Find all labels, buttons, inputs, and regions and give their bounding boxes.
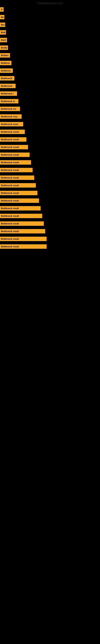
list-item: Bottl <box>0 38 100 43</box>
list-item: Bottleneck result <box>0 168 100 173</box>
list-item: Bottleneck result <box>0 129 100 134</box>
list-item: Bottleneck <box>0 76 100 81</box>
list-item: Bottleneck result <box>0 137 100 142</box>
bottleneck-label: Bottleneck result <box>0 229 45 234</box>
list-item: Bottle <box>0 45 100 50</box>
bottleneck-label: Bottleneck <box>0 84 16 88</box>
bottleneck-label: Bottle <box>0 46 8 50</box>
bottleneck-label: Bottleneck result <box>0 206 41 210</box>
bottleneck-label: Bottl <box>0 38 7 42</box>
bottleneck-label: Bottleneck result <box>0 145 28 149</box>
bottleneck-label: Bottleneck res <box>0 107 20 111</box>
bottleneck-label: Bottleneck <box>0 76 14 80</box>
bottleneck-label: Bottleneck re <box>0 99 18 104</box>
list-item: Bottleneck result <box>0 144 100 150</box>
list-item: Bottleneck resul <box>0 122 100 127</box>
list-item: Bottleneck r <box>0 91 100 96</box>
list-item: Bottleneck result <box>0 213 100 218</box>
list-item: Bottleneck res <box>0 106 100 112</box>
list-item: Bottleneck result <box>0 221 100 226</box>
bottleneck-label: Bottlen <box>0 53 10 58</box>
bottleneck-label: Bottleneck result <box>0 198 39 203</box>
bottleneck-label: B <box>0 7 3 12</box>
list-item: Bottlen <box>0 53 100 58</box>
site-title: TheBottlenecker.com <box>0 0 100 6</box>
list-item: Bot <box>0 22 100 27</box>
bottleneck-label: Bottleneck result <box>0 214 42 218</box>
bottleneck-label: Bottleneck result <box>0 130 25 134</box>
list-item: Bottleneck result <box>0 236 100 242</box>
bottleneck-label: Bottleneck result <box>0 176 34 180</box>
bottleneck-label: Bottleneck result <box>0 222 44 226</box>
list-item: Bottleneck result <box>0 152 100 158</box>
bottleneck-label: Bottleneck result <box>0 152 30 157</box>
list-item: Bottleneck re <box>0 98 100 104</box>
list-item: Bottleneck result <box>0 244 100 249</box>
bottleneck-label: Bottleneck resu <box>0 114 22 119</box>
bottleneck-label: Bottlenec <box>0 68 13 73</box>
list-item: Bottleneck resu <box>0 114 100 119</box>
list-item: Bottleneck result <box>0 175 100 180</box>
list-item: Bott <box>0 30 100 35</box>
bottleneck-label: Bottleneck result <box>0 244 47 249</box>
bottleneck-label: Bottleneck result <box>0 191 37 195</box>
list-item: Bottleneck result <box>0 160 100 165</box>
bottleneck-label: Bottleneck result <box>0 160 31 164</box>
rows-container: BBoBotBottBottlBottleBottlenBottleneBott… <box>0 6 100 250</box>
list-item: Bottleneck result <box>0 228 100 234</box>
bottleneck-label: Bottleneck result <box>0 137 26 142</box>
bottleneck-label: Bott <box>0 30 6 34</box>
list-item: Bottlene <box>0 60 100 66</box>
bottleneck-label: Bottleneck result <box>0 168 33 172</box>
bottleneck-label: Bottleneck resul <box>0 122 23 126</box>
list-item: Bottleneck result <box>0 198 100 203</box>
list-item: Bo <box>0 14 100 20</box>
list-item: Bottlenec <box>0 68 100 73</box>
list-item: Bottleneck result <box>0 206 100 211</box>
bottleneck-label: Bottlene <box>0 61 11 65</box>
bottleneck-label: Bottleneck result <box>0 237 47 241</box>
bottleneck-label: Bot <box>0 22 5 27</box>
bottleneck-label: Bottleneck result <box>0 183 36 188</box>
list-item: B <box>0 7 100 12</box>
list-item: Bottleneck result <box>0 183 100 188</box>
list-item: Bottleneck result <box>0 190 100 196</box>
bottleneck-label: Bo <box>0 15 4 19</box>
list-item: Bottleneck <box>0 83 100 88</box>
bottleneck-label: Bottleneck r <box>0 91 17 96</box>
